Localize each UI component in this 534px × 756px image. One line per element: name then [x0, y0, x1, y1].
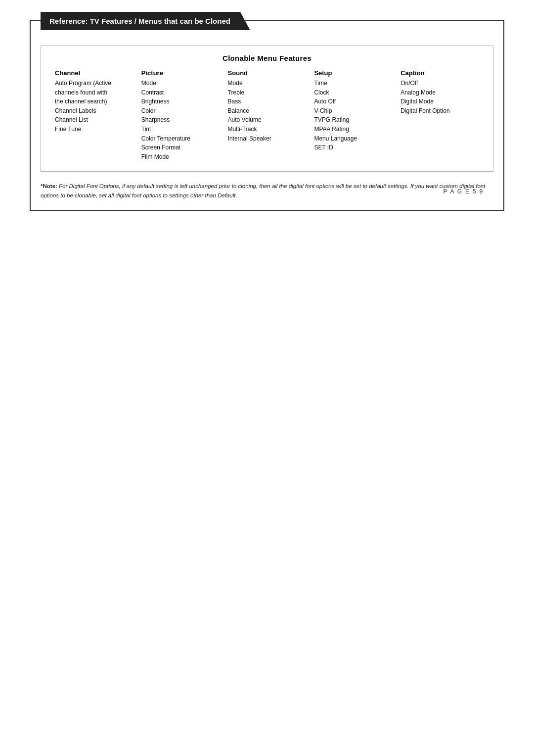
page-container: Reference: TV Features / Menus that can … [20, 0, 514, 231]
channel-item-4: Channel Labels [55, 106, 134, 116]
picture-item-5: Sharpness [141, 115, 220, 125]
note-section: *Note: For Digital Font Options, if any … [41, 182, 493, 200]
picture-item-2: Contrast [141, 88, 220, 97]
picture-item-8: Screen Format [141, 143, 220, 152]
setup-item-8: SET ID [314, 143, 393, 152]
channel-item-1: Auto Program (Active [55, 79, 134, 88]
header-title: Reference: TV Features / Menus that can … [49, 17, 230, 25]
sound-item-5: Auto Volume [228, 115, 307, 125]
setup-item-3: Auto Off [314, 97, 393, 106]
setup-column: Setup Time Clock Auto Off V-Chip TVPG Ra… [310, 69, 397, 152]
sound-item-1: Mode [228, 79, 307, 88]
note-body: For Digital Font Options, if any default… [41, 183, 485, 198]
channel-header: Channel [55, 69, 134, 77]
setup-item-1: Time [314, 79, 393, 88]
channel-column: Channel Auto Program (Active channels fo… [51, 69, 137, 134]
picture-header: Picture [141, 69, 220, 77]
picture-item-4: Color [141, 106, 220, 116]
caption-item-1: On/Off [400, 79, 479, 88]
page-number: P A G E 5 9 [443, 188, 484, 195]
content-area: Clonable Menu Features Channel Auto Prog… [41, 46, 493, 200]
setup-item-6: MPAA Rating [314, 125, 393, 134]
channel-item-3: the channel search) [55, 97, 134, 106]
channel-item-2: channels found with [55, 88, 134, 97]
setup-item-5: TVPG Rating [314, 115, 393, 125]
sound-column: Sound Mode Treble Bass Balance Auto Volu… [224, 69, 311, 143]
setup-item-7: Menu Language [314, 134, 393, 143]
channel-item-6: Fine Tune [55, 125, 134, 134]
picture-item-7: Color Temperature [141, 134, 220, 143]
caption-header: Caption [400, 69, 479, 77]
sound-item-4: Balance [228, 106, 307, 116]
caption-item-4: Digital Font Option [400, 106, 479, 116]
table-title: Clonable Menu Features [51, 54, 483, 62]
clonable-menu-table: Clonable Menu Features Channel Auto Prog… [41, 46, 493, 172]
picture-item-6: Tint [141, 125, 220, 134]
note-label: *Note: [41, 183, 57, 189]
sound-item-3: Bass [228, 97, 307, 106]
columns-row: Channel Auto Program (Active channels fo… [51, 69, 483, 161]
setup-item-2: Clock [314, 88, 393, 97]
channel-item-5: Channel List [55, 115, 134, 125]
caption-column: Caption On/Off Analog Mode Digital Mode … [397, 69, 483, 115]
picture-item-9: Film Mode [141, 152, 220, 162]
sound-item-2: Treble [228, 88, 307, 97]
picture-item-3: Brightness [141, 97, 220, 106]
sound-item-7: Internal Speaker [228, 134, 307, 143]
sound-header: Sound [228, 69, 307, 77]
outer-border: Reference: TV Features / Menus that can … [30, 20, 504, 211]
picture-item-1: Mode [141, 79, 220, 88]
caption-item-2: Analog Mode [400, 88, 479, 97]
sound-item-6: Multi-Track [228, 125, 307, 134]
picture-column: Picture Mode Contrast Brightness Color S… [137, 69, 224, 161]
section-header: Reference: TV Features / Menus that can … [41, 12, 250, 30]
setup-item-4: V-Chip [314, 106, 393, 116]
setup-header: Setup [314, 69, 393, 77]
caption-item-3: Digital Mode [400, 97, 479, 106]
